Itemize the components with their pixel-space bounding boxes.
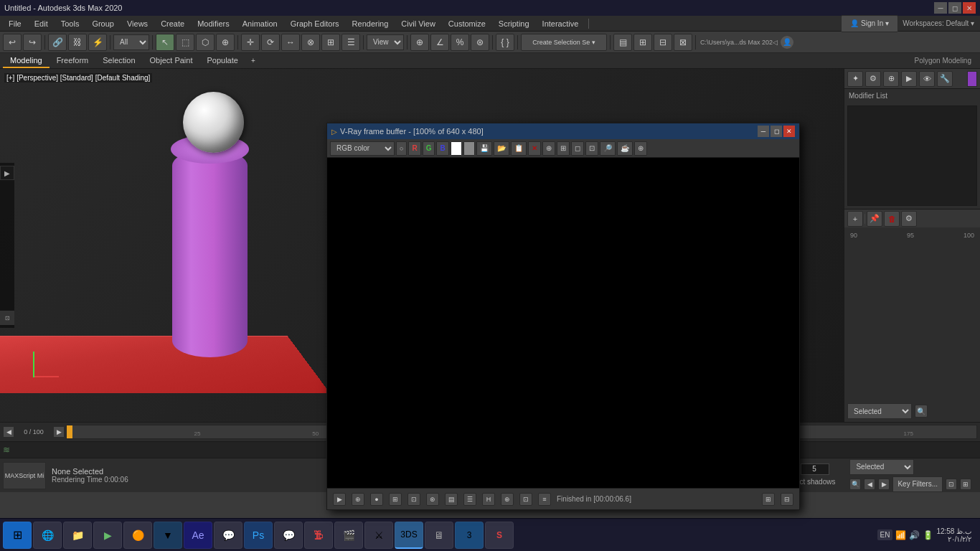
viewport-cube[interactable]: ⊡: [0, 311, 14, 325]
menu-group[interactable]: Group: [86, 18, 120, 29]
vray-lens-btn[interactable]: 🔎: [600, 141, 616, 156]
menu-animation[interactable]: Animation: [237, 18, 283, 29]
3dsmax-button[interactable]: 3: [455, 522, 484, 549]
vray-status-icon-3[interactable]: ●: [370, 493, 383, 506]
vray-load-btn[interactable]: 📂: [494, 141, 509, 156]
tab-selection[interactable]: Selection: [95, 54, 142, 68]
vray-channel-R[interactable]: R: [408, 141, 420, 156]
rp-pin-icon[interactable]: 📌: [867, 211, 882, 227]
vray-collapse-btn[interactable]: ⊟: [781, 493, 793, 506]
vray-status-icon-8[interactable]: ☰: [463, 493, 476, 506]
3ds-active-button[interactable]: 3DS: [395, 522, 423, 549]
minimize-button[interactable]: ─: [934, 2, 947, 14]
msg-button[interactable]: 💬: [274, 522, 303, 549]
vray-clear-btn[interactable]: ✕: [528, 141, 541, 156]
spinner-snap[interactable]: ⊛: [471, 34, 489, 51]
utilities-icon[interactable]: 🔧: [937, 71, 953, 87]
key-filters-button[interactable]: Key Filters...: [892, 476, 943, 492]
media-button[interactable]: ▶: [93, 522, 122, 549]
explorer-button[interactable]: 📁: [63, 522, 92, 549]
hierarchy-icon[interactable]: ⊕: [883, 71, 899, 87]
close-button[interactable]: ✕: [963, 2, 976, 14]
vray-maximize[interactable]: ◻: [771, 126, 782, 137]
vray-status-icon-5[interactable]: ⊡: [407, 493, 420, 506]
start-button[interactable]: ⊞: [3, 522, 32, 549]
menu-create[interactable]: Create: [155, 18, 190, 29]
viewport-play-btn[interactable]: ▶: [0, 166, 14, 180]
menu-modifiers[interactable]: Modifiers: [192, 18, 235, 29]
modify-icon[interactable]: ⚙: [865, 71, 881, 87]
percent-snap[interactable]: %: [451, 34, 469, 51]
align-button[interactable]: ☰: [341, 34, 360, 51]
rotate-button[interactable]: ⟳: [261, 34, 280, 51]
create-icon[interactable]: ✦: [847, 71, 863, 87]
vray-channel-A[interactable]: ○: [396, 141, 407, 156]
user-avatar[interactable]: 👤: [781, 36, 793, 49]
vray-status-icon-1[interactable]: ▶: [333, 493, 346, 506]
move-button[interactable]: ✛: [241, 34, 260, 51]
tab-populate[interactable]: Populate: [199, 54, 245, 68]
mpc-button[interactable]: 🎬: [334, 522, 363, 549]
app1-button[interactable]: ▼: [154, 522, 182, 549]
vray-btn-gray[interactable]: [463, 141, 475, 156]
vray-status-icon-11[interactable]: ⊡: [519, 493, 532, 506]
vray-status-icon-12[interactable]: ≡: [538, 493, 551, 506]
vray-status-icon-10[interactable]: ⊕: [501, 493, 514, 506]
select-button[interactable]: ↖: [156, 34, 174, 51]
scale-button[interactable]: ↔: [281, 34, 300, 51]
layer-mgr-button[interactable]: ▤: [613, 34, 632, 51]
nav-btn-2[interactable]: ▶: [878, 479, 890, 490]
whatsapp-button[interactable]: 💬: [214, 522, 242, 549]
menu-edit[interactable]: Edit: [29, 18, 54, 29]
rp-add-icon[interactable]: +: [847, 211, 863, 227]
timeline-next-btn[interactable]: ▶: [53, 426, 65, 438]
layer-btn2[interactable]: ⊞: [633, 34, 652, 51]
menu-graph-editors[interactable]: Graph Editors: [285, 18, 345, 29]
sign-in-button[interactable]: 👤 Sign In ▾: [841, 15, 898, 32]
rp-config-icon[interactable]: ⚙: [901, 211, 917, 227]
menu-civil-view[interactable]: Civil View: [395, 18, 440, 29]
tab-modeling[interactable]: Modeling: [3, 54, 50, 68]
vray-minimize[interactable]: ─: [758, 126, 769, 137]
nav-btn-1[interactable]: ◀: [864, 479, 875, 490]
max-depth-input[interactable]: [801, 463, 829, 475]
layer-btn3[interactable]: ⊟: [654, 34, 672, 51]
tab-object-paint[interactable]: Object Paint: [143, 54, 200, 68]
vray-btn-white[interactable]: [451, 141, 462, 156]
layer-btn4[interactable]: ⊠: [674, 34, 692, 51]
status-selected-dropdown[interactable]: Selected: [849, 459, 914, 475]
link-button[interactable]: 🔗: [48, 34, 67, 51]
modifier-list-box[interactable]: [847, 105, 977, 206]
vray-tool1[interactable]: ⊕: [542, 141, 555, 156]
nav-btn-4[interactable]: ⊞: [960, 479, 971, 490]
vray-tool3[interactable]: ◻: [571, 141, 584, 156]
mirror-button[interactable]: ⊞: [321, 34, 340, 51]
vray-tool4[interactable]: ⊡: [585, 141, 598, 156]
mac-button[interactable]: 🖥: [425, 522, 453, 549]
add-tab-button[interactable]: +: [245, 55, 261, 67]
vray-tool2[interactable]: ⊞: [557, 141, 570, 156]
color-swatch[interactable]: [967, 71, 977, 87]
vray-status-icon-2[interactable]: ⊕: [352, 493, 364, 506]
search-icon-btn[interactable]: 🔍: [849, 479, 861, 490]
maxscript-button[interactable]: MAXScript Mi: [3, 462, 46, 489]
redo-button[interactable]: ↪: [23, 34, 42, 51]
unlink-button[interactable]: ⛓: [68, 34, 87, 51]
vray-col-btn[interactable]: ☕: [617, 141, 633, 156]
game-button[interactable]: ⚔: [364, 522, 393, 549]
motion-icon[interactable]: ▶: [901, 71, 917, 87]
s-button[interactable]: S: [485, 522, 514, 549]
tab-freeform[interactable]: Freeform: [50, 54, 96, 68]
create-selection-button[interactable]: Create Selection Se ▾: [521, 34, 607, 51]
select-lasso-button[interactable]: ⬡: [196, 34, 215, 51]
timeline-prev-btn[interactable]: ◀: [3, 426, 14, 438]
select-paint-button[interactable]: ⊕: [216, 34, 235, 51]
vray-channel-B[interactable]: B: [436, 141, 448, 156]
chrome-button[interactable]: 🟠: [123, 522, 152, 549]
selected-dropdown[interactable]: Selected: [847, 403, 912, 419]
vray-channel-G[interactable]: G: [423, 141, 435, 156]
vray-copy-btn[interactable]: 📋: [511, 141, 527, 156]
vray-color-dropdown[interactable]: RGB color: [330, 141, 395, 156]
selection-filter-dropdown[interactable]: All: [113, 34, 149, 50]
nav-btn-3[interactable]: ⊡: [946, 479, 957, 490]
